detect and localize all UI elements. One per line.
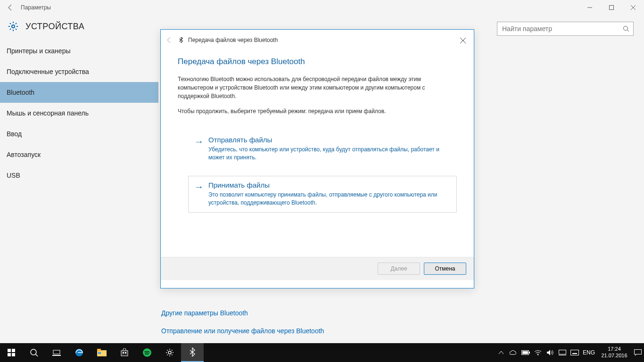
settings-taskbar-icon[interactable] — [158, 343, 181, 362]
tray-keyboard-icon[interactable] — [569, 343, 581, 362]
tray-onedrive-icon[interactable] — [507, 343, 520, 362]
next-button: Далее — [378, 263, 420, 275]
arrow-right-icon: → — [194, 182, 204, 191]
dialog-heading: Передача файлов через Bluetooth — [178, 57, 457, 66]
svg-line-6 — [627, 30, 629, 32]
sidebar-item-bluetooth[interactable]: Bluetooth — [0, 82, 158, 103]
bluetooth-transfer-dialog: Передача файлов через Bluetooth Передача… — [160, 29, 474, 288]
svg-rect-22 — [123, 352, 124, 354]
cortana-search-icon[interactable] — [23, 343, 45, 362]
back-button[interactable] — [4, 1, 17, 14]
link-other-bt-params[interactable]: Другие параметры Bluetooth — [161, 309, 644, 317]
maximize-button[interactable] — [601, 0, 622, 15]
svg-rect-27 — [529, 352, 530, 354]
svg-rect-12 — [12, 353, 15, 356]
option-desc: Убедитесь, что компьютер или устройство,… — [208, 146, 451, 162]
tray-chevron-icon[interactable] — [495, 343, 507, 362]
tray-wifi-icon[interactable] — [532, 343, 544, 362]
bluetooth-icon — [178, 37, 184, 43]
arrow-right-icon: → — [194, 137, 204, 146]
system-tray: ENG 17:24 21.07.2016 — [495, 343, 644, 362]
window-caption-buttons — [579, 0, 644, 15]
dialog-header: Передача файлов через Bluetooth — [161, 30, 474, 50]
sidebar-item-input[interactable]: Ввод — [0, 123, 158, 144]
edge-icon[interactable] — [68, 343, 91, 362]
tray-action-center-icon[interactable] — [632, 343, 644, 362]
svg-rect-10 — [12, 349, 15, 352]
dialog-title: Передача файлов через Bluetooth — [188, 37, 278, 43]
bluetooth-taskbar-icon[interactable] — [181, 343, 204, 362]
svg-rect-23 — [125, 352, 126, 354]
link-send-receive-bt[interactable]: Отправление или получение файлов через B… — [161, 327, 644, 335]
option-title: Отправлять файлы — [208, 136, 451, 144]
svg-rect-19 — [97, 349, 101, 351]
svg-point-4 — [12, 25, 15, 28]
dialog-close-button[interactable] — [456, 33, 470, 48]
tray-language[interactable]: ENG — [583, 349, 595, 356]
search-box[interactable] — [497, 22, 634, 36]
sidebar-item-connected-devices[interactable]: Подключенные устройства — [0, 61, 158, 82]
sidebar-item-autoplay[interactable]: Автозапуск — [0, 144, 158, 165]
tray-clock[interactable]: 17:24 21.07.2016 — [600, 346, 629, 359]
svg-point-13 — [31, 349, 36, 355]
sidebar-item-mouse[interactable]: Мышь и сенсорная панель — [0, 103, 158, 123]
page-title: УСТРОЙСТВА — [25, 22, 84, 32]
spotify-icon[interactable] — [136, 343, 158, 362]
option-send-files[interactable]: → Отправлять файлы Убедитесь, что компью… — [188, 131, 457, 167]
minimize-button[interactable] — [579, 0, 601, 15]
search-icon — [623, 25, 629, 32]
svg-rect-1 — [610, 6, 614, 10]
window-title: Параметры — [21, 4, 51, 11]
gear-icon — [8, 21, 19, 32]
svg-point-25 — [168, 351, 171, 354]
sidebar: Принтеры и сканеры Подключенные устройст… — [0, 38, 158, 343]
file-explorer-icon[interactable] — [91, 343, 113, 362]
tray-volume-icon[interactable] — [544, 343, 556, 362]
start-button[interactable] — [0, 343, 23, 362]
svg-rect-39 — [635, 350, 642, 354]
settings-titlebar: Параметры — [0, 0, 644, 15]
tray-battery-icon[interactable] — [520, 343, 532, 362]
svg-rect-9 — [8, 349, 11, 352]
dialog-footer: Далее Отмена — [161, 257, 474, 280]
option-title: Принимать файлы — [208, 181, 451, 189]
close-button[interactable] — [622, 0, 644, 15]
dialog-paragraph-2: Чтобы продолжить, выберите требуемый реж… — [178, 107, 457, 115]
option-receive-files[interactable]: → Принимать файлы Это позволит компьютер… — [188, 176, 457, 213]
svg-rect-32 — [570, 350, 578, 355]
svg-point-29 — [537, 354, 538, 355]
sidebar-item-printers[interactable]: Принтеры и сканеры — [0, 41, 158, 61]
svg-rect-16 — [52, 355, 61, 356]
store-icon[interactable] — [113, 343, 136, 362]
svg-rect-28 — [522, 351, 528, 354]
cancel-button[interactable]: Отмена — [424, 263, 466, 275]
svg-line-14 — [36, 354, 38, 357]
svg-rect-38 — [572, 353, 577, 354]
task-view-icon[interactable] — [45, 343, 68, 362]
option-desc: Это позволит компьютеру принимать файлы,… — [208, 191, 451, 207]
tray-input-icon[interactable] — [556, 343, 569, 362]
svg-rect-21 — [121, 351, 128, 356]
svg-point-5 — [624, 26, 628, 31]
svg-rect-30 — [559, 350, 566, 354]
svg-rect-11 — [8, 353, 11, 356]
sidebar-item-usb[interactable]: USB — [0, 165, 158, 186]
svg-rect-15 — [53, 350, 60, 354]
dialog-paragraph-1: Технологию Bluetooth можно использовать … — [178, 75, 457, 100]
search-input[interactable] — [501, 25, 623, 33]
svg-rect-20 — [98, 352, 101, 354]
dialog-back-button[interactable] — [165, 36, 173, 44]
